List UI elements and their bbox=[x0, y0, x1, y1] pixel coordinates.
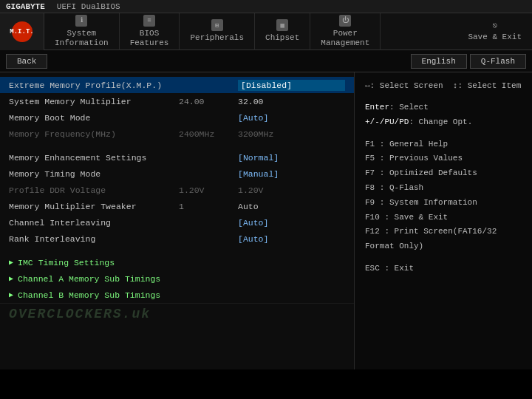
mem-freq-val-left: 2400MHz bbox=[179, 129, 238, 139]
setting-mem-enhance[interactable]: Memory Enhancement Settings [Normal] bbox=[0, 149, 354, 166]
setting-rank-interleave[interactable]: Rank Interleaving [Auto] bbox=[0, 231, 354, 247]
mem-freq-val-right: 3200MHz bbox=[238, 129, 345, 139]
nav-system-information[interactable]: ℹ SystemInformation bbox=[44, 13, 120, 50]
boot-mode-name: Memory Boot Mode bbox=[9, 113, 179, 123]
setting-xmp[interactable]: Extreme Memory Profile(X.M.P.) [Disabled… bbox=[0, 77, 354, 93]
submenu-ch-a[interactable]: ▶ Channel A Memory Sub Timings bbox=[0, 270, 354, 287]
nav-chipset-label: Chipset bbox=[265, 33, 299, 43]
left-panel: Extreme Memory Profile(X.M.P.) [Disabled… bbox=[0, 72, 355, 369]
timing-mode-val-right: [Manual] bbox=[238, 169, 345, 179]
submenu-imc-timing[interactable]: ▶ IMC Timing Settings bbox=[0, 254, 354, 270]
help-f5: F5 : Previous Values bbox=[365, 151, 522, 166]
power-icon: ⏻ bbox=[339, 15, 351, 27]
nav-power-label: PowerManagement bbox=[321, 29, 369, 48]
nav-peripherals-label: Peripherals bbox=[190, 33, 244, 43]
watermark: OVERCLOCKERS.uk bbox=[0, 303, 354, 324]
setting-ch-interleave[interactable]: Channel Interleaving [Auto] bbox=[0, 214, 354, 231]
chipset-icon: ▦ bbox=[276, 19, 288, 31]
setting-mem-freq[interactable]: Memory Frequency(MHz) 2400MHz 3200MHz bbox=[0, 126, 354, 142]
help-esc: ESC : Exit bbox=[365, 262, 522, 276]
xmp-name: Extreme Memory Profile(X.M.P.) bbox=[9, 81, 179, 90]
help-f10: F10 : Save & Exit bbox=[365, 211, 522, 225]
language-button[interactable]: English bbox=[411, 54, 467, 69]
nav-system-info-label: SystemInformation bbox=[55, 29, 109, 48]
mem-freq-name: Memory Frequency(MHz) bbox=[9, 129, 179, 139]
peripherals-icon: ⊞ bbox=[211, 19, 223, 31]
watermark-text: OVERCLOCKERS.uk bbox=[9, 307, 151, 321]
nav-bios-features-label: BIOSFeatures bbox=[130, 29, 169, 48]
submenu-ch-a-arrow: ▶ bbox=[9, 274, 13, 283]
ch-interleave-name: Channel Interleaving bbox=[9, 218, 179, 228]
ch-interleave-val-right: [Auto] bbox=[238, 218, 345, 228]
nav-bios-features[interactable]: ≡ BIOSFeatures bbox=[120, 13, 180, 50]
mult-tweaker-val-right: Auto bbox=[238, 202, 345, 211]
back-button[interactable]: Back bbox=[6, 54, 47, 69]
rank-interleave-name: Rank Interleaving bbox=[9, 234, 179, 244]
setting-ddr-voltage[interactable]: Profile DDR Voltage 1.20V 1.20V bbox=[0, 182, 354, 198]
nav-chipset[interactable]: ▦ Chipset bbox=[255, 13, 310, 50]
submenu-imc-label: IMC Timing Settings bbox=[18, 258, 115, 267]
timing-mode-name: Memory Timing Mode bbox=[9, 169, 179, 179]
main-content: Extreme Memory Profile(X.M.P.) [Disabled… bbox=[0, 72, 532, 369]
setting-boot-mode[interactable]: Memory Boot Mode [Auto] bbox=[0, 109, 354, 126]
setting-mult-tweaker[interactable]: Memory Multiplier Tweaker 1 Auto bbox=[0, 198, 354, 214]
help-f7: F7 : Optimized Defaults bbox=[365, 166, 522, 181]
mult-tweaker-val-left: 1 bbox=[179, 202, 238, 211]
top-bar: GIGABYTE UEFI DualBIOS bbox=[0, 0, 532, 13]
nav-hint: ↔: Select Screen ↕: Select Item bbox=[365, 81, 522, 90]
right-panel: ↔: Select Screen ↕: Select Item Enter: S… bbox=[355, 72, 532, 369]
setting-timing-mode[interactable]: Memory Timing Mode [Manual] bbox=[0, 166, 354, 182]
mit-label: M.I.T. bbox=[10, 28, 33, 35]
nav-save-exit[interactable]: ⎋ Save & Exit bbox=[457, 13, 532, 50]
help-f1: F1 : General Help bbox=[365, 137, 522, 152]
boot-mode-val-right: [Auto] bbox=[238, 113, 345, 123]
mult-tweaker-name: Memory Multiplier Tweaker bbox=[9, 202, 179, 211]
bios-sub-label: UEFI DualBIOS bbox=[57, 2, 120, 11]
help-enter: Enter: Select bbox=[365, 100, 522, 115]
setting-mem-multiplier[interactable]: System Memory Multiplier 24.00 32.00 bbox=[0, 93, 354, 109]
nav-save-exit-label: Save & Exit bbox=[468, 33, 522, 42]
qflash-button[interactable]: Q-Flash bbox=[470, 54, 526, 69]
mem-mult-val-left: 24.00 bbox=[179, 97, 238, 106]
ddr-voltage-val-right: 1.20V bbox=[238, 185, 345, 195]
rank-interleave-val-right: [Auto] bbox=[238, 234, 345, 244]
submenu-ch-a-label: Channel A Memory Sub Timings bbox=[18, 274, 160, 284]
submenu-imc-arrow: ▶ bbox=[9, 258, 13, 267]
mit-circle: M.I.T. bbox=[12, 21, 33, 42]
submenu-ch-b[interactable]: ▶ Channel B Memory Sub Timings bbox=[0, 287, 354, 303]
help-f9: F9 : System Information bbox=[365, 196, 522, 211]
xmp-val-right: [Disabled] bbox=[238, 80, 345, 91]
nav-bar: M.I.T. ℹ SystemInformation ≡ BIOSFeature… bbox=[0, 13, 532, 50]
mem-mult-name: System Memory Multiplier bbox=[9, 97, 179, 106]
help-change: +/-/PU/PD: Change Opt. bbox=[365, 115, 522, 130]
help-f12: F12 : Print Screen(FAT16/32 Format Only) bbox=[365, 225, 522, 254]
submenu-ch-b-arrow: ▶ bbox=[9, 290, 13, 299]
mit-button[interactable]: M.I.T. bbox=[0, 13, 44, 50]
save-exit-icon: ⎋ bbox=[492, 21, 497, 30]
mem-enhance-val-right: [Normal] bbox=[238, 153, 345, 163]
ddr-voltage-val-left: 1.20V bbox=[179, 185, 238, 195]
help-f8: F8 : Q-Flash bbox=[365, 181, 522, 196]
mem-mult-val-right: 32.00 bbox=[238, 97, 345, 106]
brand-label: GIGABYTE bbox=[6, 2, 45, 11]
bios-features-icon: ≡ bbox=[143, 15, 155, 27]
submenu-ch-b-label: Channel B Memory Sub Timings bbox=[18, 290, 160, 300]
action-bar: Back English Q-Flash bbox=[0, 50, 532, 72]
ddr-voltage-name: Profile DDR Voltage bbox=[9, 185, 179, 195]
mem-enhance-name: Memory Enhancement Settings bbox=[9, 153, 179, 163]
nav-power-management[interactable]: ⏻ PowerManagement bbox=[310, 13, 381, 50]
system-info-icon: ℹ bbox=[75, 15, 87, 27]
nav-peripherals[interactable]: ⊞ Peripherals bbox=[180, 13, 255, 50]
